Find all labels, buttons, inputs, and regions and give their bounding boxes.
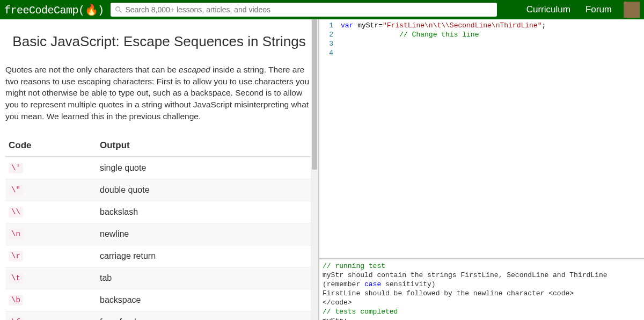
code-comment: // Change this line	[399, 31, 479, 39]
code-literal: \'	[9, 163, 23, 173]
search-icon	[115, 6, 122, 13]
code-literal: \r	[9, 251, 23, 261]
output-text: single quote	[97, 157, 313, 179]
code-literal: \"	[9, 185, 23, 195]
table-row: \rcarriage return	[5, 245, 313, 267]
output-text: backslash	[97, 201, 313, 223]
svg-line-1	[119, 11, 121, 13]
nav-forum[interactable]: Forum	[586, 4, 612, 15]
table-row: \"double quote	[5, 179, 313, 201]
desc-text: Quotes are not the only characters that …	[5, 65, 179, 74]
code-editor[interactable]: 1234 var myStr="FristLine\n\t\\SecondLin…	[319, 19, 644, 258]
console-line: myStr:	[323, 316, 641, 320]
console-line: sensitivity)	[381, 280, 435, 288]
console-line: FirstLine should be followed by the newl…	[323, 289, 641, 298]
th-output: Output	[97, 135, 313, 157]
line-number: 2	[319, 30, 333, 39]
code-literal: \\	[9, 207, 23, 217]
table-row: \fform feed	[5, 311, 313, 320]
code-literal: \b	[9, 295, 23, 306]
output-text: backspace	[97, 289, 313, 311]
table-row: \bbackspace	[5, 289, 313, 311]
avatar[interactable]	[624, 2, 640, 18]
code-string: "FristLine\n\t\\SecondLine\nThirdLine"	[383, 21, 541, 30]
console-line: // tests completed	[323, 308, 398, 316]
header: freeCodeCamp(🔥) Curriculum Forum	[0, 0, 644, 19]
search-input[interactable]	[126, 5, 493, 14]
code-text: myStr=	[353, 21, 383, 30]
code-literal: \n	[9, 229, 23, 239]
output-text: newline	[97, 223, 313, 245]
code-literal: \t	[9, 273, 23, 283]
nav: Curriculum Forum	[519, 2, 640, 18]
output-text: form feed	[97, 311, 313, 320]
code-literal: \f	[9, 317, 23, 320]
editor-gutter: 1234	[319, 21, 338, 57]
svg-point-0	[115, 7, 120, 11]
code-text: ;	[541, 21, 546, 30]
nav-curriculum[interactable]: Curriculum	[526, 4, 570, 15]
th-code: Code	[5, 135, 97, 157]
output-text: tab	[97, 267, 313, 289]
output-text: carriage return	[97, 245, 313, 267]
console-output: // running test myStr should contain the…	[319, 258, 644, 320]
line-number: 1	[319, 21, 333, 30]
scrollbar-thumb[interactable]	[312, 19, 317, 170]
code-keyword: var	[341, 21, 353, 30]
escape-table: Code Output \'single quote\"double quote…	[5, 135, 313, 320]
lesson-panel: Basic JavaScript: Escape Sequences in St…	[0, 19, 319, 320]
lesson-scrollbar[interactable]	[311, 19, 318, 320]
output-text: double quote	[97, 179, 313, 201]
editor-panel: 1234 var myStr="FristLine\n\t\\SecondLin…	[319, 19, 644, 320]
desc-em: escaped	[179, 65, 210, 74]
main: Basic JavaScript: Escape Sequences in St…	[0, 19, 644, 320]
table-row: \\backslash	[5, 201, 313, 223]
table-row: \nnewline	[5, 223, 313, 245]
lesson-title: Basic JavaScript: Escape Sequences in St…	[5, 33, 313, 50]
console-keyword: case	[364, 280, 381, 288]
console-line: </code>	[323, 298, 641, 307]
table-row: \'single quote	[5, 157, 313, 179]
console-line: // running test	[323, 262, 385, 270]
line-number: 4	[319, 48, 333, 57]
search-box[interactable]	[111, 3, 497, 17]
table-row: \ttab	[5, 267, 313, 289]
logo[interactable]: freeCodeCamp(🔥)	[4, 3, 104, 17]
editor-code[interactable]: var myStr="FristLine\n\t\\SecondLine\nTh…	[341, 21, 644, 39]
lesson-description: Quotes are not the only characters that …	[5, 64, 313, 122]
line-number: 3	[319, 39, 333, 48]
